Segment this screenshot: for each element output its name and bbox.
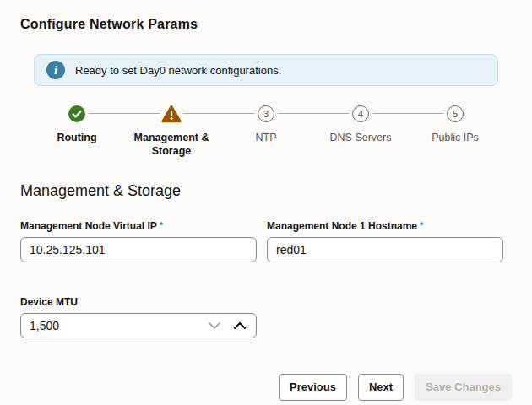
step-management-storage[interactable]: Management & Storage	[124, 105, 219, 159]
device-mtu-stepper	[20, 313, 257, 338]
required-asterisk: *	[420, 220, 423, 230]
step-dns-servers[interactable]: 4 DNS Servers	[313, 105, 408, 159]
step-public-ips[interactable]: 5 Public IPs	[408, 105, 502, 159]
step-label: NTP	[256, 131, 277, 144]
field-label: Management Node Virtual IP*	[20, 220, 257, 232]
info-icon: i	[46, 61, 65, 79]
step-label: Management & Storage	[128, 131, 215, 159]
mgmt-virtual-ip-input[interactable]	[20, 237, 257, 262]
step-label: Routing	[57, 131, 96, 144]
step-ntp[interactable]: 3 NTP	[219, 105, 313, 159]
check-icon	[68, 105, 85, 123]
step-routing[interactable]: Routing	[30, 105, 124, 159]
previous-button[interactable]: Previous	[279, 374, 347, 401]
step-label: Public IPs	[432, 131, 479, 144]
field-mgmt-virtual-ip: Management Node Virtual IP*	[20, 220, 257, 262]
page-title: Configure Network Params	[20, 17, 512, 32]
next-button[interactable]: Next	[358, 374, 404, 401]
field-mgmt-node1-hostname: Management Node 1 Hostname*	[267, 220, 503, 262]
field-label: Device MTU	[20, 296, 512, 308]
page-container: Configure Network Params i Ready to set …	[0, 17, 532, 401]
step-label: DNS Servers	[330, 131, 392, 144]
wizard-stepper: Routing Management & Storage 3	[30, 105, 502, 159]
section-heading: Management & Storage	[20, 182, 512, 200]
action-bar: Previous Next Save Changes	[20, 374, 512, 401]
step-number-circle: 3	[258, 105, 274, 122]
mgmt-node1-hostname-input[interactable]	[267, 237, 503, 262]
field-device-mtu: Device MTU	[20, 296, 512, 338]
warning-icon	[161, 105, 182, 123]
info-banner: i Ready to set Day0 network configuratio…	[34, 54, 498, 86]
chevron-up-icon[interactable]	[230, 313, 250, 338]
field-label: Management Node 1 Hostname*	[267, 220, 503, 232]
required-asterisk: *	[160, 220, 163, 230]
step-number-circle: 5	[447, 105, 464, 122]
step-number-circle: 4	[352, 105, 369, 122]
banner-message: Ready to set Day0 network configurations…	[75, 64, 281, 77]
form-row-1: Management Node Virtual IP* Management N…	[20, 220, 512, 262]
chevron-down-icon[interactable]	[204, 313, 225, 338]
save-changes-button[interactable]: Save Changes	[415, 374, 512, 401]
